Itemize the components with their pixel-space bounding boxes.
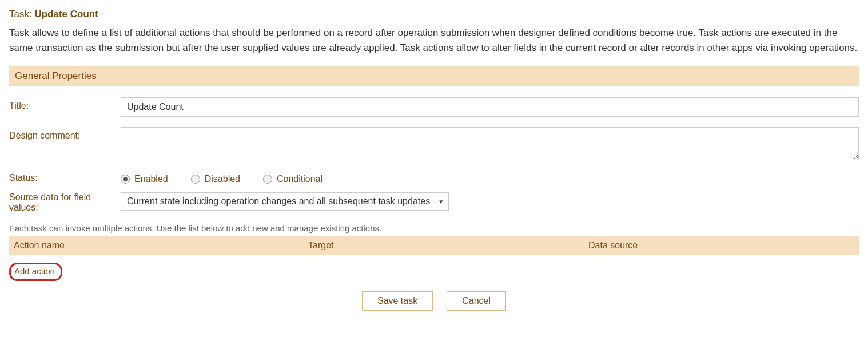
add-action-highlight: Add action xyxy=(9,263,62,281)
section-general-properties: General Properties xyxy=(9,66,859,86)
status-radio-conditional-label: Conditional xyxy=(277,174,322,184)
add-action-link[interactable]: Add action xyxy=(14,266,55,276)
task-prefix: Task: xyxy=(9,9,34,19)
source-data-label: Source data for field values: xyxy=(9,192,121,213)
actions-help-text: Each task can invoke multiple actions. U… xyxy=(9,223,859,233)
task-name: Update Count xyxy=(34,9,98,19)
source-data-select[interactable]: Current state including operation change… xyxy=(121,192,449,211)
column-data-source: Data source xyxy=(588,240,854,251)
source-data-selected-value: Current state including operation change… xyxy=(127,196,430,207)
radio-icon xyxy=(263,175,272,184)
chevron-down-icon: ▼ xyxy=(438,199,444,205)
title-input[interactable] xyxy=(121,97,859,117)
task-description: Task allows to define a list of addition… xyxy=(9,26,859,55)
radio-icon xyxy=(121,175,130,184)
status-radio-enabled-label: Enabled xyxy=(134,174,168,184)
cancel-button[interactable]: Cancel xyxy=(447,291,506,311)
status-radio-disabled-label: Disabled xyxy=(205,174,240,184)
save-task-button[interactable]: Save task xyxy=(362,291,433,311)
actions-table-header: Action name Target Data source xyxy=(9,236,859,255)
title-label: Title: xyxy=(9,97,121,111)
radio-icon xyxy=(191,175,200,184)
status-radio-enabled[interactable]: Enabled xyxy=(121,174,168,184)
status-radio-disabled[interactable]: Disabled xyxy=(191,174,240,184)
task-heading: Task: Update Count xyxy=(9,9,859,20)
design-comment-input[interactable] xyxy=(121,127,859,160)
design-comment-label: Design comment: xyxy=(9,127,121,141)
column-target: Target xyxy=(308,240,588,251)
status-radio-conditional[interactable]: Conditional xyxy=(263,174,322,184)
status-label: Status: xyxy=(9,173,121,183)
column-action-name: Action name xyxy=(14,240,308,251)
